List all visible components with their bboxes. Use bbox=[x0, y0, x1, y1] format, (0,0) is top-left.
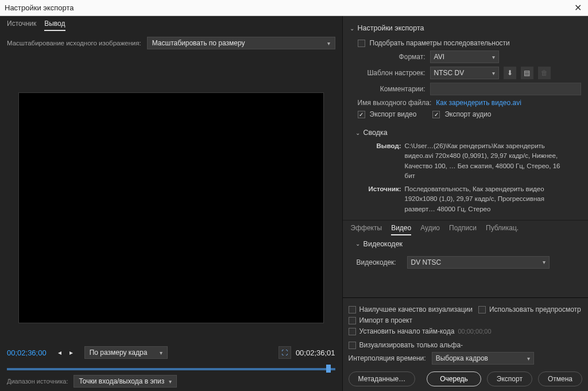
preview-canvas[interactable] bbox=[19, 93, 323, 323]
use-preview-checkbox[interactable] bbox=[478, 306, 486, 313]
metadata-button[interactable]: Метаданные… bbox=[349, 371, 416, 386]
range-dropdown[interactable]: Точки входа/выхода в эпиз▾ bbox=[74, 375, 177, 388]
interp-label: Интерполяция времени: bbox=[349, 354, 426, 362]
export-audio-checkbox[interactable] bbox=[432, 111, 440, 118]
chevron-down-icon: ⌄ bbox=[355, 241, 360, 247]
export-video-checkbox[interactable] bbox=[358, 111, 365, 118]
import-preset-icon[interactable]: ▤ bbox=[521, 67, 533, 79]
import-project-checkbox[interactable] bbox=[349, 317, 356, 324]
save-preset-icon[interactable]: ⬇ bbox=[504, 67, 516, 79]
fit-dropdown[interactable]: По размеру кадра▾ bbox=[84, 346, 168, 359]
tab-audio[interactable]: Аудио bbox=[420, 224, 440, 235]
tab-source[interactable]: Источник bbox=[7, 20, 36, 31]
summary-output-label: Вывод: bbox=[360, 141, 401, 151]
tab-output[interactable]: Вывод bbox=[44, 20, 65, 31]
queue-button[interactable]: Очередь bbox=[427, 371, 481, 386]
set-tc-value: 00;00;00;00 bbox=[458, 328, 491, 335]
match-sequence-checkbox[interactable] bbox=[358, 40, 365, 47]
preset-dropdown[interactable]: NTSC DV▾ bbox=[430, 67, 499, 79]
chevron-down-icon: ▾ bbox=[160, 350, 163, 356]
video-codec-label: Видеокодек: bbox=[357, 258, 403, 266]
scale-dropdown[interactable]: Масштабировать по размеру▾ bbox=[147, 37, 335, 49]
window-title: Настройки экспорта bbox=[5, 3, 572, 12]
summary-header[interactable]: ⌄ Сводка bbox=[343, 126, 588, 139]
tab-captions[interactable]: Подписи bbox=[449, 224, 477, 235]
match-sequence-label: Подобрать параметры последовательности bbox=[370, 39, 510, 47]
max-quality-checkbox[interactable] bbox=[349, 306, 356, 313]
output-name-label: Имя выходного файла: bbox=[358, 99, 432, 107]
summary-source-label: Источник: bbox=[360, 184, 401, 194]
chevron-down-icon: ▾ bbox=[169, 378, 172, 385]
comments-field[interactable] bbox=[430, 83, 581, 95]
interp-dropdown[interactable]: Выборка кадров▾ bbox=[432, 352, 534, 365]
scale-label: Масштабирование исходного изображения: bbox=[7, 40, 141, 47]
export-settings-header[interactable]: ⌄ Настройки экспорта bbox=[343, 22, 588, 34]
video-codec-dropdown[interactable]: DV NTSC▾ bbox=[407, 256, 550, 269]
title-bar: Настройки экспорта ✕ bbox=[0, 0, 588, 16]
preview-pane: Источник Вывод Масштабирование исходного… bbox=[0, 16, 343, 391]
chevron-down-icon: ▾ bbox=[543, 259, 546, 265]
format-dropdown[interactable]: AVI▾ bbox=[430, 51, 499, 63]
comments-label: Комментарии: bbox=[358, 85, 425, 93]
alpha-only-checkbox[interactable] bbox=[349, 342, 356, 349]
chevron-down-icon: ▾ bbox=[492, 54, 495, 60]
format-label: Формат: bbox=[358, 53, 425, 61]
tab-publish[interactable]: Публикац. bbox=[486, 224, 519, 235]
output-name-link[interactable]: Как зарендерить видео.avi bbox=[436, 99, 521, 107]
set-tc-checkbox[interactable] bbox=[349, 328, 356, 335]
tab-video[interactable]: Видео bbox=[391, 224, 411, 235]
prev-frame-button[interactable]: ◂ bbox=[56, 349, 64, 357]
preset-label: Шаблон настроек: bbox=[358, 69, 425, 77]
summary-output-value: C:\User…(26)\Как рендерить\Как зарендери… bbox=[405, 141, 568, 181]
chevron-down-icon: ⌄ bbox=[355, 130, 360, 136]
timeline-scrubber[interactable] bbox=[7, 363, 335, 371]
range-label: Диапазон источника: bbox=[7, 378, 68, 385]
tab-effects[interactable]: Эффекты bbox=[351, 224, 382, 235]
summary-source-value: Последовательность, Как зарендерить виде… bbox=[405, 184, 568, 214]
cancel-button[interactable]: Отмена bbox=[538, 371, 582, 386]
delete-preset-icon[interactable]: 🗑 bbox=[538, 67, 551, 79]
export-button[interactable]: Экспорт bbox=[487, 371, 532, 386]
chevron-down-icon: ▾ bbox=[327, 40, 330, 47]
aspect-ratio-button[interactable]: ⛶ bbox=[278, 346, 291, 359]
chevron-down-icon: ▾ bbox=[492, 70, 495, 76]
chevron-down-icon: ▾ bbox=[527, 355, 530, 362]
out-timecode[interactable]: 00;02;36;01 bbox=[296, 349, 335, 357]
chevron-down-icon: ⌄ bbox=[350, 25, 354, 32]
next-frame-button[interactable]: ▸ bbox=[67, 349, 75, 357]
video-codec-header[interactable]: ⌄ Видеокодек bbox=[343, 238, 588, 250]
in-timecode[interactable]: 00;02;36;00 bbox=[7, 349, 47, 357]
close-icon[interactable]: ✕ bbox=[572, 2, 583, 14]
playhead[interactable] bbox=[326, 365, 331, 373]
